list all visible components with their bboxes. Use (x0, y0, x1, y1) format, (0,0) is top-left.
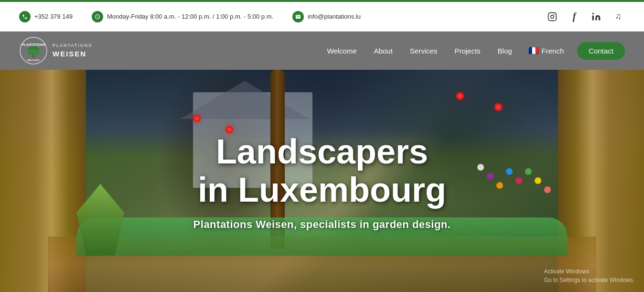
clock-icon (92, 11, 103, 22)
nav-blog[interactable]: Blog (490, 43, 520, 59)
house-roof (180, 81, 309, 119)
svg-rect-9 (32, 54, 34, 58)
hero-subtitle: Plantations Weisen, specialists in garde… (193, 218, 451, 231)
hero-section: Landscapers in Luxembourg Plantations We… (0, 70, 644, 292)
nav-services[interactable]: Services (402, 43, 445, 59)
svg-point-3 (592, 12, 594, 14)
linkedin-icon[interactable] (590, 10, 603, 23)
watermark-line1: Activate Windows (544, 267, 634, 276)
ball-4 (515, 177, 522, 184)
ball-1 (544, 186, 551, 193)
nav-about[interactable]: About (366, 43, 400, 59)
social-links: f ♫ (546, 10, 625, 23)
french-flag: 🇫🇷 (528, 45, 539, 56)
phone-icon (19, 11, 31, 22)
phone-info[interactable]: +352 379 149 (19, 11, 73, 22)
ball-7 (487, 173, 494, 180)
nav-links: Welcome About Services Projects Blog 🇫🇷 … (319, 42, 625, 60)
red-flower-3 (456, 92, 464, 100)
logo-icon: PLANTATIONS WEISEN (19, 36, 48, 65)
ball-2 (535, 177, 541, 184)
business-hours: Monday-Friday 8:00 a.m. - 12:00 p.m. / 1… (107, 13, 273, 20)
svg-rect-0 (548, 12, 557, 21)
language-label: French (542, 47, 564, 55)
svg-point-8 (32, 49, 40, 55)
hours-info: Monday-Friday 8:00 a.m. - 12:00 p.m. / 1… (92, 11, 273, 22)
logo-text: PLANTATIONS WEISEN (53, 43, 92, 59)
logo-line1: PLANTATIONS (53, 43, 92, 49)
hero-title: Landscapers in Luxembourg (193, 133, 451, 208)
email-info[interactable]: info@plantations.lu (292, 11, 361, 22)
logo[interactable]: PLANTATIONS WEISEN PLANTATIONS WEISEN (19, 36, 92, 65)
activate-windows-watermark: Activate Windows Go to Settings to activ… (544, 267, 634, 284)
top-bar: +352 379 149 Monday-Friday 8:00 a.m. - 1… (0, 2, 644, 32)
facebook-icon[interactable]: f (568, 10, 581, 23)
language-selector[interactable]: 🇫🇷 French (522, 42, 571, 60)
email-address: info@plantations.lu (308, 13, 361, 20)
email-icon (292, 11, 304, 22)
watermark-line2: Go to Settings to activate Windows. (544, 276, 634, 284)
nav-projects[interactable]: Projects (447, 43, 488, 59)
phone-number: +352 379 149 (34, 13, 73, 20)
svg-text:WEISEN: WEISEN (27, 59, 40, 62)
hero-title-line1: Landscapers (216, 132, 428, 171)
contact-button[interactable]: Contact (577, 42, 625, 60)
svg-text:PLANTATIONS: PLANTATIONS (22, 43, 45, 46)
nav-welcome[interactable]: Welcome (319, 43, 364, 59)
hero-content: Landscapers in Luxembourg Plantations We… (174, 133, 470, 230)
logo-line2: WEISEN (53, 49, 92, 59)
svg-point-2 (554, 14, 555, 15)
navbar: PLANTATIONS WEISEN PLANTATIONS WEISEN We… (0, 32, 644, 70)
instagram-icon[interactable] (546, 10, 559, 23)
tiktok-icon[interactable]: ♫ (612, 10, 625, 23)
svg-point-1 (551, 15, 554, 18)
ball-8 (477, 164, 484, 171)
top-bar-contact-info: +352 379 149 Monday-Friday 8:00 a.m. - 1… (19, 11, 526, 22)
hero-title-line2: in Luxembourg (198, 171, 446, 209)
ball-6 (496, 182, 503, 189)
